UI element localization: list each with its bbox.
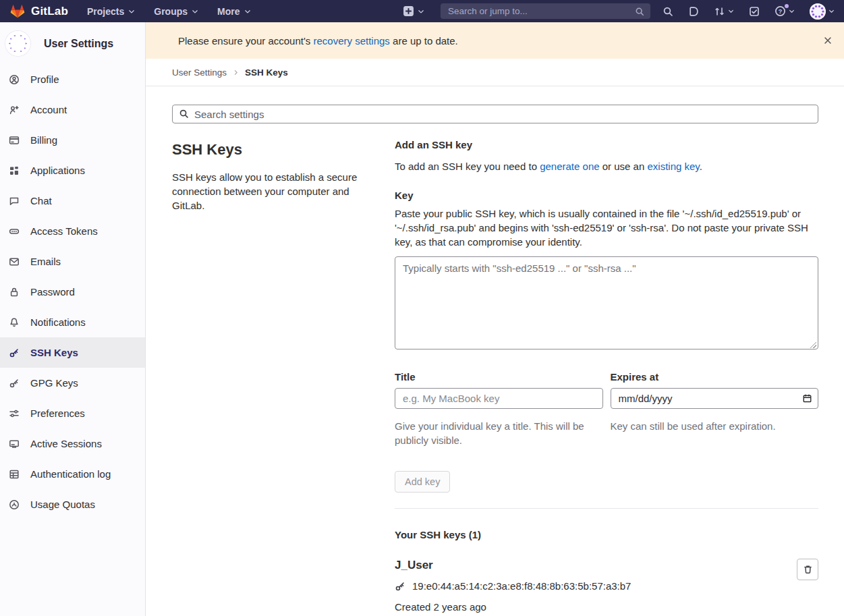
sidebar-item-emails[interactable]: Emails	[0, 246, 145, 277]
sidebar-item-label: Password	[30, 286, 75, 298]
breadcrumb-current: SSH Keys	[245, 67, 288, 78]
sidebar-nav: Profile Account Billing Applications Cha…	[0, 64, 145, 520]
sidebar-item-password[interactable]: Password	[0, 277, 145, 307]
active-sessions-icon	[9, 439, 20, 449]
profile-icon	[9, 74, 20, 85]
banner-text-before: Please ensure your account's	[178, 35, 313, 47]
gitlab-tanuki-logo	[9, 3, 26, 19]
help-button[interactable]: ?	[775, 5, 795, 17]
account-icon	[9, 105, 20, 115]
close-icon	[823, 36, 833, 45]
sidebar-item-gpg-keys[interactable]: GPG Keys	[0, 368, 145, 398]
key-icon	[395, 581, 405, 592]
sidebar-item-active-sessions[interactable]: Active Sessions	[0, 428, 145, 459]
existing-key-link[interactable]: existing key	[647, 161, 699, 172]
sidebar-item-label: Applications	[30, 165, 85, 176]
nav-more-label: More	[217, 6, 240, 17]
sidebar-item-billing[interactable]: Billing	[0, 125, 145, 155]
sidebar-item-access-tokens[interactable]: Access Tokens	[0, 216, 145, 246]
nav-groups-label: Groups	[154, 6, 188, 17]
plus-square-icon	[403, 5, 414, 17]
breadcrumb: User Settings SSH Keys	[146, 59, 844, 86]
nav-groups[interactable]: Groups	[154, 6, 198, 17]
settings-sidebar: User Settings Profile Account Billing Ap…	[0, 22, 146, 616]
settings-search	[172, 105, 818, 123]
sidebar-item-account[interactable]: Account	[0, 94, 145, 125]
global-search	[441, 3, 650, 19]
ssh-key-fingerprint-row: 19:e0:44:a5:14:c2:3a:e8:f8:48:8b:63:5b:5…	[395, 580, 781, 592]
title-label: Title	[395, 371, 603, 383]
applications-icon	[9, 165, 20, 176]
emails-icon	[9, 256, 20, 267]
content-area: Please ensure your account's recovery se…	[146, 22, 844, 616]
sidebar-item-usage-quotas[interactable]: Usage Quotas	[0, 489, 145, 520]
search-icon	[635, 7, 644, 16]
sidebar-item-label: Notifications	[30, 316, 86, 328]
global-search-input[interactable]	[448, 6, 635, 16]
svg-text:?: ?	[779, 8, 783, 15]
expires-date-input[interactable]	[611, 388, 819, 409]
search-icon	[179, 109, 189, 119]
add-key-button[interactable]: Add key	[395, 471, 450, 493]
add-ssh-key-heading: Add an SSH key	[395, 139, 818, 150]
user-menu-button[interactable]	[810, 3, 835, 20]
generate-one-link[interactable]: generate one	[540, 161, 599, 172]
recovery-settings-link[interactable]: recovery settings	[313, 35, 389, 47]
sidebar-item-profile[interactable]: Profile	[0, 64, 145, 94]
chevron-down-icon	[418, 8, 424, 15]
sidebar-item-label: Active Sessions	[30, 438, 102, 449]
calendar-icon[interactable]	[802, 393, 812, 403]
issues-icon	[688, 6, 699, 17]
delete-key-button[interactable]	[797, 559, 818, 580]
banner-close-button[interactable]	[820, 33, 835, 48]
nav-more[interactable]: More	[217, 6, 250, 17]
breadcrumb-user-settings[interactable]: User Settings	[172, 67, 227, 78]
todos-icon	[749, 6, 760, 17]
sidebar-item-label: Preferences	[30, 408, 85, 419]
intro-text: To add an SSH key you need to	[395, 161, 540, 172]
title-expires-row: Title Give your individual key a title. …	[395, 371, 818, 447]
key-textarea[interactable]	[395, 256, 818, 349]
chevron-down-icon	[192, 8, 198, 15]
todos-button[interactable]	[749, 6, 760, 17]
gitlab-home-link[interactable]: GitLab	[9, 3, 68, 19]
add-ssh-key-intro: To add an SSH key you need to generate o…	[395, 159, 818, 173]
merge-requests-button[interactable]	[714, 6, 734, 17]
chevron-right-icon	[233, 69, 239, 76]
settings-search-input[interactable]	[172, 105, 818, 123]
user-avatar	[810, 3, 826, 20]
title-input[interactable]	[395, 388, 603, 409]
issues-button[interactable]	[688, 6, 699, 17]
resize-grip[interactable]	[810, 342, 816, 348]
sidebar-item-preferences[interactable]: Preferences	[0, 398, 145, 428]
usage-quotas-icon	[9, 499, 20, 510]
nav-projects[interactable]: Projects	[87, 6, 135, 17]
sidebar-item-label: Chat	[30, 195, 52, 206]
sidebar-item-notifications[interactable]: Notifications	[0, 307, 145, 337]
section-description: SSH keys allow you to establish a secure…	[172, 170, 362, 213]
chevron-down-icon	[828, 8, 835, 14]
sidebar-item-chat[interactable]: Chat	[0, 186, 145, 216]
sidebar-item-applications[interactable]: Applications	[0, 155, 145, 186]
sidebar-item-label: Authentication log	[30, 468, 111, 480]
search-icon	[663, 6, 673, 17]
password-icon	[9, 287, 20, 298]
expires-help-text: Key can still be used after expiration.	[611, 419, 803, 433]
ssh-keys-icon	[9, 347, 20, 358]
merge-requests-icon	[714, 6, 725, 17]
preferences-icon	[9, 408, 20, 419]
ssh-keys-section: SSH Keys SSH keys allow you to establish…	[146, 123, 844, 616]
search-button[interactable]	[663, 6, 673, 17]
sidebar-item-authentication-log[interactable]: Authentication log	[0, 459, 145, 489]
sidebar-item-ssh-keys[interactable]: SSH Keys	[0, 337, 145, 368]
banner-text-after: are up to date.	[390, 35, 458, 47]
sidebar-item-label: Usage Quotas	[30, 499, 95, 510]
primary-nav: Projects Groups More	[87, 6, 250, 17]
ssh-key-fingerprint: 19:e0:44:a5:14:c2:3a:e8:f8:48:8b:63:5b:5…	[412, 580, 631, 592]
chevron-down-icon	[728, 8, 734, 14]
your-ssh-keys-heading: Your SSH keys (1)	[395, 529, 818, 540]
page-title: SSH Keys	[172, 141, 362, 159]
section-body: Add an SSH key To add an SSH key you nee…	[395, 138, 818, 616]
notification-dot	[785, 4, 789, 8]
new-menu-button[interactable]	[403, 5, 424, 17]
